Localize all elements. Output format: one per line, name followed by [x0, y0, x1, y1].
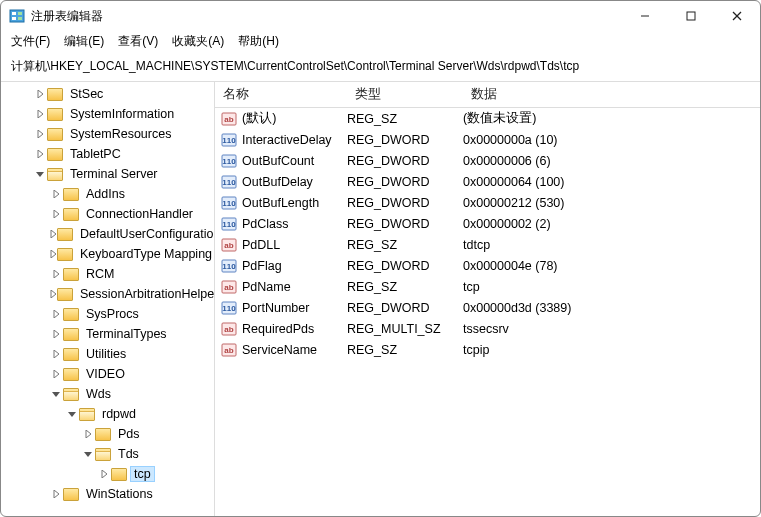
chevron-right-icon [97, 470, 111, 478]
svg-marker-19 [51, 290, 56, 298]
maximize-button[interactable] [668, 1, 714, 31]
value-row[interactable]: abServiceNameREG_SZtcpip [215, 339, 760, 360]
tree-node-label: Wds [83, 387, 114, 401]
tree-node[interactable]: Wds [49, 384, 214, 404]
tree-node[interactable]: SysProcs [49, 304, 214, 324]
tree-node[interactable]: Tds [81, 444, 214, 464]
folder-icon [57, 248, 73, 261]
tree-node[interactable]: RCM [49, 264, 214, 284]
tree-node[interactable]: SystemResources [33, 124, 214, 144]
value-row[interactable]: 110PortNumberREG_DWORD0x00000d3d (3389) [215, 297, 760, 318]
folder-icon [57, 228, 73, 241]
value-row[interactable]: 110OutBufCountREG_DWORD0x00000006 (6) [215, 150, 760, 171]
svg-rect-4 [18, 17, 22, 20]
tree-node[interactable]: TabletPC [33, 144, 214, 164]
tree-node-label: tcp [131, 467, 154, 481]
svg-marker-28 [102, 470, 107, 478]
tree-node[interactable]: Pds [81, 424, 214, 444]
folder-icon [63, 348, 79, 361]
chevron-down-icon[interactable] [81, 450, 95, 458]
menu-item[interactable]: 收藏夹(A) [172, 33, 224, 50]
value-name: PdName [242, 280, 291, 294]
value-row[interactable]: 110PdClassREG_DWORD0x00000002 (2) [215, 213, 760, 234]
svg-rect-0 [10, 10, 24, 22]
svg-marker-27 [84, 452, 92, 457]
svg-marker-29 [54, 490, 59, 498]
value-row[interactable]: abRequiredPdsREG_MULTI_SZtssecsrv [215, 318, 760, 339]
tree-node-label: WinStations [83, 487, 156, 501]
value-data: 0x00000212 (530) [463, 196, 760, 210]
value-row[interactable]: abPdNameREG_SZtcp [215, 276, 760, 297]
folder-icon [79, 408, 95, 421]
chevron-down-icon[interactable] [49, 390, 63, 398]
col-type[interactable]: 类型 [347, 82, 463, 107]
tree-node-label: Utilities [83, 347, 129, 361]
tree-node[interactable]: StSec [33, 84, 214, 104]
chevron-right-icon [49, 230, 57, 238]
reg-string-icon: ab [221, 342, 237, 358]
chevron-right-icon [49, 270, 63, 278]
value-row[interactable]: 110OutBufDelayREG_DWORD0x00000064 (100) [215, 171, 760, 192]
tree-node[interactable]: tcp [97, 464, 214, 484]
chevron-right-icon [33, 90, 47, 98]
svg-text:110: 110 [222, 157, 236, 166]
tree-node[interactable]: Terminal Server [33, 164, 214, 184]
svg-text:ab: ab [224, 325, 233, 334]
tree-node[interactable]: KeyboardType Mapping [49, 244, 214, 264]
chevron-right-icon [33, 110, 47, 118]
value-name: PortNumber [242, 301, 309, 315]
menu-item[interactable]: 帮助(H) [238, 33, 279, 50]
key-tree[interactable]: StSecSystemInformationSystemResourcesTab… [1, 82, 215, 516]
chevron-down-icon[interactable] [33, 170, 47, 178]
tree-node[interactable]: VIDEO [49, 364, 214, 384]
tree-node[interactable]: AddIns [49, 184, 214, 204]
col-name[interactable]: 名称 [215, 82, 347, 107]
folder-icon [47, 108, 63, 121]
value-row[interactable]: 110InteractiveDelayREG_DWORD0x0000000a (… [215, 129, 760, 150]
tree-node[interactable]: SessionArbitrationHelper [49, 284, 214, 304]
chevron-right-icon [49, 370, 63, 378]
value-row[interactable]: abPdDLLREG_SZtdtcp [215, 234, 760, 255]
col-data[interactable]: 数据 [463, 82, 760, 107]
value-name: PdDLL [242, 238, 280, 252]
tree-node[interactable]: ConnectionHandler [49, 204, 214, 224]
tree-node[interactable]: SystemInformation [33, 104, 214, 124]
value-row[interactable]: ab(默认)REG_SZ(数值未设置) [215, 108, 760, 129]
value-row[interactable]: 110PdFlagREG_DWORD0x0000004e (78) [215, 255, 760, 276]
svg-text:ab: ab [224, 346, 233, 355]
tree-node-label: TerminalTypes [83, 327, 170, 341]
titlebar: 注册表编辑器 [1, 1, 760, 31]
tree-node[interactable]: WinStations [49, 484, 214, 504]
value-row[interactable]: 110OutBufLengthREG_DWORD0x00000212 (530) [215, 192, 760, 213]
tree-node[interactable]: Utilities [49, 344, 214, 364]
tree-node-label: RCM [83, 267, 117, 281]
folder-icon [47, 88, 63, 101]
value-type: REG_DWORD [347, 217, 463, 231]
svg-rect-3 [18, 12, 22, 15]
folder-icon [63, 328, 79, 341]
value-type: REG_SZ [347, 280, 463, 294]
regedit-icon [9, 8, 25, 24]
folder-icon [111, 468, 127, 481]
svg-rect-1 [12, 12, 16, 15]
svg-marker-22 [54, 350, 59, 358]
menu-item[interactable]: 编辑(E) [64, 33, 104, 50]
minimize-button[interactable] [622, 1, 668, 31]
folder-icon [47, 148, 63, 161]
svg-text:ab: ab [224, 283, 233, 292]
tree-node[interactable]: TerminalTypes [49, 324, 214, 344]
tree-node[interactable]: rdpwd [65, 404, 214, 424]
value-data: 0x00000064 (100) [463, 175, 760, 189]
chevron-right-icon [49, 350, 63, 358]
tree-node[interactable]: DefaultUserConfiguration [49, 224, 214, 244]
reg-string-icon: ab [221, 237, 237, 253]
menu-item[interactable]: 查看(V) [118, 33, 158, 50]
close-button[interactable] [714, 1, 760, 31]
chevron-down-icon[interactable] [65, 410, 79, 418]
values-list[interactable]: 名称 类型 数据 ab(默认)REG_SZ(数值未设置)110Interacti… [215, 82, 760, 516]
address-bar[interactable]: 计算机\HKEY_LOCAL_MACHINE\SYSTEM\CurrentCon… [1, 54, 760, 82]
folder-icon [47, 168, 63, 181]
svg-marker-12 [38, 150, 43, 158]
menu-item[interactable]: 文件(F) [11, 33, 50, 50]
svg-marker-10 [38, 110, 43, 118]
